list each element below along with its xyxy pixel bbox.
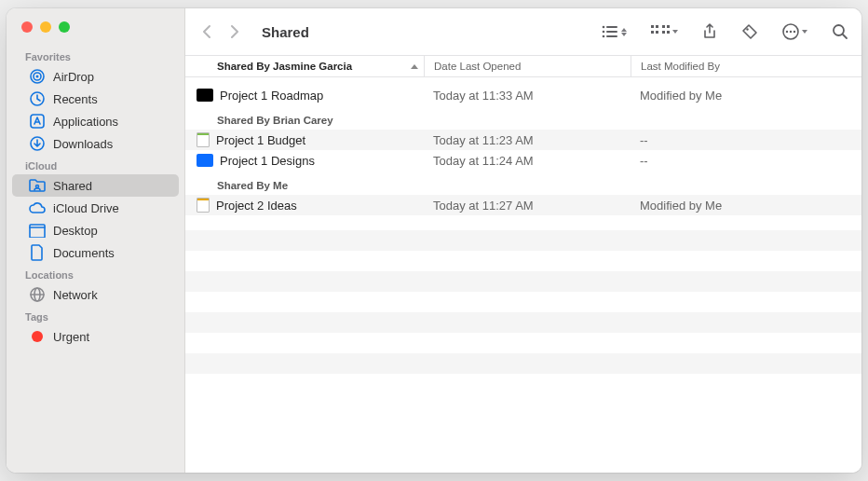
file-name: Project 2 Ideas <box>216 199 297 213</box>
column-headers: Shared By Jasmine Garcia Date Last Opene… <box>185 55 861 77</box>
svg-rect-4 <box>31 115 44 128</box>
sidebar-item-icloud-drive[interactable]: iCloud Drive <box>12 197 179 219</box>
search-button[interactable] <box>832 21 848 42</box>
svg-rect-24 <box>662 31 665 34</box>
group-header: Shared By Brian Carey <box>185 105 861 130</box>
shared-folder-icon <box>29 177 46 194</box>
sidebar-section-header: Locations <box>7 264 184 283</box>
svg-rect-19 <box>656 25 658 28</box>
sidebar-item-desktop[interactable]: Desktop <box>12 219 179 241</box>
svg-rect-15 <box>606 31 617 33</box>
sidebar-item-label: Shared <box>53 179 92 193</box>
download-icon <box>29 135 46 152</box>
sidebar-item-airdrop[interactable]: AirDrop <box>12 65 179 88</box>
svg-point-31 <box>834 25 844 35</box>
file-date: Today at 11:23 AM <box>424 133 631 147</box>
svg-rect-21 <box>667 25 670 28</box>
svg-rect-25 <box>667 31 670 34</box>
doc-icon <box>29 244 46 261</box>
svg-point-28 <box>786 31 788 33</box>
close-window-button[interactable] <box>21 21 33 33</box>
sidebar-item-label: Network <box>53 288 98 302</box>
sidebar-item-downloads[interactable]: Downloads <box>12 132 179 155</box>
file-date: Today at 11:33 AM <box>424 89 631 103</box>
presentation-icon <box>197 198 210 213</box>
tags-button[interactable] <box>741 21 758 42</box>
file-name: Project 1 Budget <box>216 133 305 147</box>
file-modified-by: Modified by Me <box>631 89 861 103</box>
file-name: Project 1 Roadmap <box>220 89 323 103</box>
apps-icon <box>29 113 46 130</box>
svg-point-16 <box>603 35 605 38</box>
svg-point-30 <box>793 31 795 33</box>
sidebar-item-label: Downloads <box>53 137 113 151</box>
sort-ascending-icon <box>411 64 418 69</box>
column-header-name[interactable]: Shared By Jasmine Garcia <box>185 61 424 72</box>
file-list: Project 1 RoadmapToday at 11:33 AMModifi… <box>185 77 861 473</box>
sidebar-item-label: Recents <box>53 92 98 106</box>
sidebar-item-network[interactable]: Network <box>12 283 179 306</box>
sidebar-item-applications[interactable]: Applications <box>12 110 179 132</box>
minimize-window-button[interactable] <box>40 21 51 33</box>
sidebar-item-label: Applications <box>53 115 118 129</box>
sidebar-item-label: Desktop <box>53 224 98 238</box>
file-icon <box>197 154 213 167</box>
file-date: Today at 11:24 AM <box>424 154 631 168</box>
svg-point-29 <box>790 31 792 33</box>
clock-icon <box>29 90 46 107</box>
sidebar-item-label: AirDrop <box>53 70 94 84</box>
window-controls <box>7 18 184 46</box>
file-row[interactable]: Project 1 DesignsToday at 11:24 AM-- <box>185 150 861 171</box>
svg-point-12 <box>603 26 605 29</box>
file-row[interactable]: Project 2 IdeasToday at 11:27 AMModified… <box>185 195 861 215</box>
svg-rect-13 <box>606 26 617 28</box>
more-actions-button[interactable] <box>782 21 807 42</box>
back-button[interactable] <box>198 21 215 42</box>
sidebar-item-urgent[interactable]: Urgent <box>12 325 179 348</box>
column-header-name-label: Shared By Jasmine Garcia <box>217 61 352 72</box>
toolbar: Shared <box>185 8 861 55</box>
sidebar: FavoritesAirDropRecentsApplicationsDownl… <box>7 8 185 473</box>
svg-rect-17 <box>606 35 617 37</box>
svg-point-2 <box>36 76 39 78</box>
spreadsheet-icon <box>197 132 210 147</box>
file-modified-by: -- <box>631 154 861 168</box>
group-by-button[interactable] <box>651 21 678 42</box>
svg-point-26 <box>746 28 748 30</box>
svg-rect-20 <box>662 25 665 28</box>
main-pane: Shared <box>185 8 861 473</box>
column-header-date[interactable]: Date Last Opened <box>424 56 631 76</box>
sidebar-item-label: Urgent <box>53 330 89 344</box>
sidebar-item-shared[interactable]: Shared <box>12 174 179 197</box>
sidebar-item-label: iCloud Drive <box>53 201 119 215</box>
share-button[interactable] <box>702 21 717 42</box>
cloud-icon <box>29 199 46 216</box>
tag-red-icon <box>29 328 46 345</box>
sidebar-section-header: Tags <box>7 306 184 325</box>
column-header-modified[interactable]: Last Modified By <box>631 56 861 76</box>
group-header: Shared By Me <box>185 171 861 195</box>
sidebar-section-header: iCloud <box>7 155 184 174</box>
view-mode-button[interactable] <box>602 21 627 42</box>
file-name: Project 1 Designs <box>220 154 315 168</box>
svg-rect-7 <box>30 225 45 238</box>
sidebar-item-recents[interactable]: Recents <box>12 88 179 110</box>
file-row[interactable]: Project 1 RoadmapToday at 11:33 AMModifi… <box>185 85 861 105</box>
file-date: Today at 11:27 AM <box>424 199 631 213</box>
file-row[interactable]: Project 1 BudgetToday at 11:23 AM-- <box>185 130 861 150</box>
svg-rect-22 <box>651 31 654 34</box>
finder-window: FavoritesAirDropRecentsApplicationsDownl… <box>7 8 861 473</box>
globe-icon <box>29 286 46 303</box>
svg-point-14 <box>603 31 605 34</box>
desktop-icon <box>29 222 46 239</box>
sidebar-section-header: Favorites <box>7 46 184 65</box>
sidebar-item-documents[interactable]: Documents <box>12 241 179 264</box>
forward-button[interactable] <box>226 21 243 42</box>
airdrop-icon <box>29 68 46 85</box>
svg-rect-18 <box>651 25 654 28</box>
fullscreen-window-button[interactable] <box>59 21 70 33</box>
file-modified-by: -- <box>631 133 861 147</box>
svg-point-6 <box>36 186 39 188</box>
window-title: Shared <box>262 24 309 40</box>
svg-line-32 <box>843 34 847 38</box>
